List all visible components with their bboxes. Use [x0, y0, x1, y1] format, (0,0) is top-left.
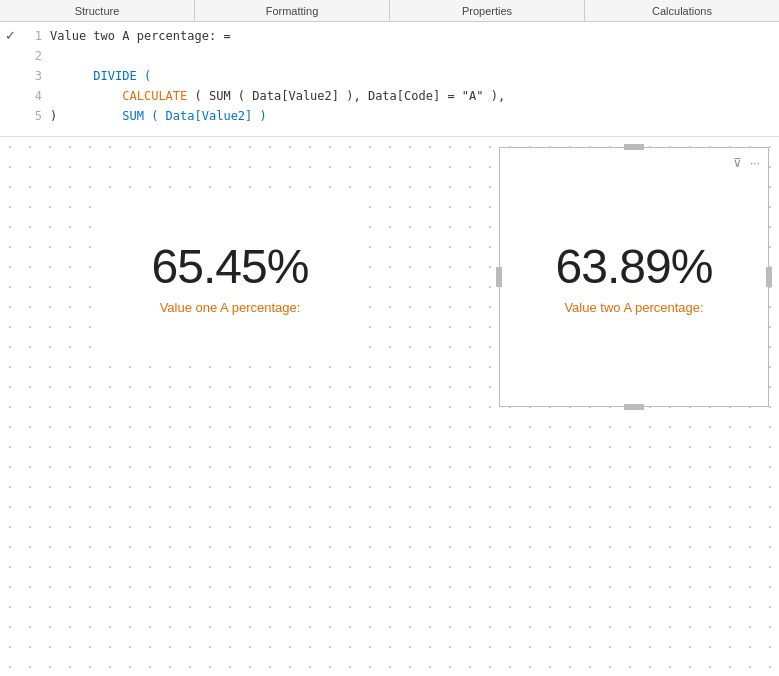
resize-handle-bottom[interactable] [624, 404, 644, 410]
filter-icon[interactable]: ⊽ [733, 156, 742, 170]
line-number-4: 4 [20, 86, 50, 106]
line-content-1: Value two A percentage: = [50, 26, 231, 46]
code-editor[interactable]: ✓ 1 Value two A percentage: = 2 DIVIDE (… [0, 22, 779, 137]
line-number-3: 3 [20, 66, 50, 86]
more-icon[interactable]: ··· [750, 156, 760, 170]
main-content: 65.45% Value one A percentage: ⊽ ··· 63.… [0, 137, 779, 676]
line-number-1: 1 [20, 26, 50, 46]
line-number-2: 2 [20, 46, 50, 66]
tab-structure[interactable]: Structure [0, 0, 195, 21]
tile-right-label: Value two A percentage: [564, 300, 703, 315]
tab-bar: Structure Formatting Properties Calculat… [0, 0, 779, 22]
code-line-3: 3 CALCULATE ( SUM ( Data[Value2] ), Data… [0, 66, 779, 86]
tile-left: 65.45% Value one A percentage: [100, 197, 360, 357]
tab-formatting[interactable]: Formatting [195, 0, 390, 21]
check-icon: ✓ [0, 26, 20, 46]
line-number-5: 5 [20, 106, 50, 126]
code-line-2: 2 DIVIDE ( [0, 46, 779, 66]
tile-right-icons: ⊽ ··· [733, 156, 760, 170]
tile-right-value: 63.89% [556, 239, 713, 294]
tile-left-label: Value one A percentage: [160, 300, 301, 315]
tile-right: ⊽ ··· 63.89% Value two A percentage: [499, 147, 769, 407]
line-content-5: ) [50, 106, 57, 126]
resize-handle-top[interactable] [624, 144, 644, 150]
grid-area: 65.45% Value one A percentage: ⊽ ··· 63.… [0, 137, 779, 676]
tab-properties[interactable]: Properties [390, 0, 585, 21]
code-line-1: ✓ 1 Value two A percentage: = [0, 26, 779, 46]
resize-handle-right[interactable] [766, 267, 772, 287]
resize-handle-left[interactable] [496, 267, 502, 287]
tile-left-value: 65.45% [152, 239, 309, 294]
tab-calculations[interactable]: Calculations [585, 0, 779, 21]
